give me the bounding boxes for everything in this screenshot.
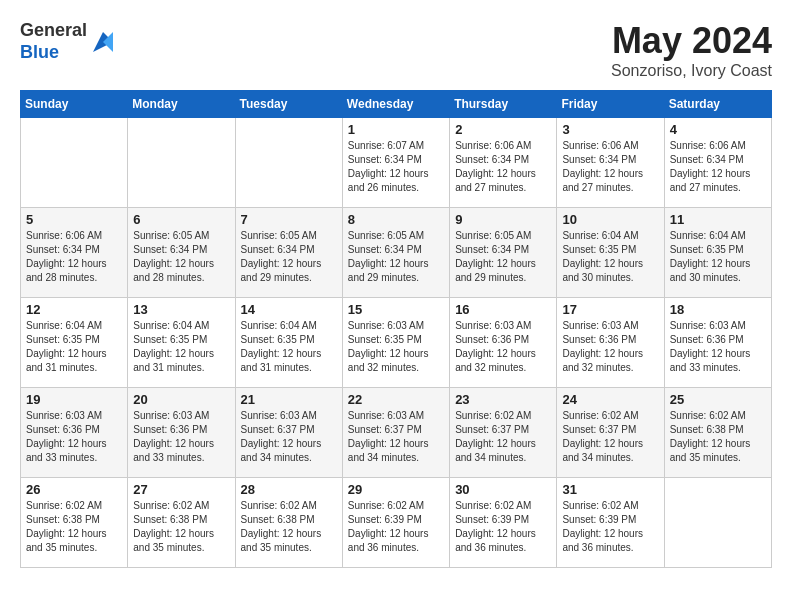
day-header-monday: Monday [128,91,235,118]
calendar-cell: 22Sunrise: 6:03 AMSunset: 6:37 PMDayligh… [342,388,449,478]
day-info: Sunrise: 6:04 AMSunset: 6:35 PMDaylight:… [670,229,766,285]
day-info: Sunrise: 6:02 AMSunset: 6:38 PMDaylight:… [241,499,337,555]
day-number: 17 [562,302,658,317]
day-info: Sunrise: 6:03 AMSunset: 6:36 PMDaylight:… [670,319,766,375]
day-number: 24 [562,392,658,407]
day-info: Sunrise: 6:03 AMSunset: 6:37 PMDaylight:… [241,409,337,465]
day-number: 25 [670,392,766,407]
calendar-cell: 19Sunrise: 6:03 AMSunset: 6:36 PMDayligh… [21,388,128,478]
day-header-sunday: Sunday [21,91,128,118]
calendar-week-2: 5Sunrise: 6:06 AMSunset: 6:34 PMDaylight… [21,208,772,298]
day-info: Sunrise: 6:05 AMSunset: 6:34 PMDaylight:… [455,229,551,285]
logo: General Blue [20,20,117,63]
day-number: 11 [670,212,766,227]
calendar-cell: 20Sunrise: 6:03 AMSunset: 6:36 PMDayligh… [128,388,235,478]
calendar-cell: 12Sunrise: 6:04 AMSunset: 6:35 PMDayligh… [21,298,128,388]
calendar-cell [128,118,235,208]
calendar-cell: 31Sunrise: 6:02 AMSunset: 6:39 PMDayligh… [557,478,664,568]
day-header-thursday: Thursday [450,91,557,118]
calendar-cell: 8Sunrise: 6:05 AMSunset: 6:34 PMDaylight… [342,208,449,298]
logo-blue: Blue [20,42,59,62]
day-number: 20 [133,392,229,407]
day-number: 2 [455,122,551,137]
calendar-week-3: 12Sunrise: 6:04 AMSunset: 6:35 PMDayligh… [21,298,772,388]
day-info: Sunrise: 6:06 AMSunset: 6:34 PMDaylight:… [455,139,551,195]
calendar-cell [235,118,342,208]
day-number: 19 [26,392,122,407]
day-info: Sunrise: 6:04 AMSunset: 6:35 PMDaylight:… [26,319,122,375]
logo-general: General [20,20,87,40]
day-number: 15 [348,302,444,317]
calendar-week-4: 19Sunrise: 6:03 AMSunset: 6:36 PMDayligh… [21,388,772,478]
calendar-week-5: 26Sunrise: 6:02 AMSunset: 6:38 PMDayligh… [21,478,772,568]
day-info: Sunrise: 6:02 AMSunset: 6:39 PMDaylight:… [455,499,551,555]
day-info: Sunrise: 6:07 AMSunset: 6:34 PMDaylight:… [348,139,444,195]
day-info: Sunrise: 6:03 AMSunset: 6:36 PMDaylight:… [133,409,229,465]
calendar-header-row: SundayMondayTuesdayWednesdayThursdayFrid… [21,91,772,118]
day-number: 8 [348,212,444,227]
day-number: 16 [455,302,551,317]
calendar-cell: 28Sunrise: 6:02 AMSunset: 6:38 PMDayligh… [235,478,342,568]
calendar-cell: 4Sunrise: 6:06 AMSunset: 6:34 PMDaylight… [664,118,771,208]
calendar-week-1: 1Sunrise: 6:07 AMSunset: 6:34 PMDaylight… [21,118,772,208]
day-info: Sunrise: 6:04 AMSunset: 6:35 PMDaylight:… [562,229,658,285]
day-number: 26 [26,482,122,497]
day-info: Sunrise: 6:02 AMSunset: 6:39 PMDaylight:… [348,499,444,555]
calendar-cell: 24Sunrise: 6:02 AMSunset: 6:37 PMDayligh… [557,388,664,478]
day-number: 23 [455,392,551,407]
day-number: 14 [241,302,337,317]
day-number: 1 [348,122,444,137]
calendar-cell: 6Sunrise: 6:05 AMSunset: 6:34 PMDaylight… [128,208,235,298]
day-info: Sunrise: 6:02 AMSunset: 6:37 PMDaylight:… [562,409,658,465]
calendar-cell: 30Sunrise: 6:02 AMSunset: 6:39 PMDayligh… [450,478,557,568]
day-info: Sunrise: 6:02 AMSunset: 6:38 PMDaylight:… [26,499,122,555]
day-info: Sunrise: 6:03 AMSunset: 6:37 PMDaylight:… [348,409,444,465]
day-number: 3 [562,122,658,137]
day-number: 10 [562,212,658,227]
calendar-cell: 3Sunrise: 6:06 AMSunset: 6:34 PMDaylight… [557,118,664,208]
day-number: 12 [26,302,122,317]
calendar-cell: 10Sunrise: 6:04 AMSunset: 6:35 PMDayligh… [557,208,664,298]
calendar-cell: 1Sunrise: 6:07 AMSunset: 6:34 PMDaylight… [342,118,449,208]
day-info: Sunrise: 6:06 AMSunset: 6:34 PMDaylight:… [26,229,122,285]
day-info: Sunrise: 6:02 AMSunset: 6:37 PMDaylight:… [455,409,551,465]
month-title: May 2024 [611,20,772,62]
day-info: Sunrise: 6:05 AMSunset: 6:34 PMDaylight:… [133,229,229,285]
day-info: Sunrise: 6:03 AMSunset: 6:35 PMDaylight:… [348,319,444,375]
day-info: Sunrise: 6:02 AMSunset: 6:38 PMDaylight:… [133,499,229,555]
day-info: Sunrise: 6:03 AMSunset: 6:36 PMDaylight:… [26,409,122,465]
day-info: Sunrise: 6:04 AMSunset: 6:35 PMDaylight:… [241,319,337,375]
calendar-cell: 23Sunrise: 6:02 AMSunset: 6:37 PMDayligh… [450,388,557,478]
day-info: Sunrise: 6:02 AMSunset: 6:39 PMDaylight:… [562,499,658,555]
calendar-cell: 5Sunrise: 6:06 AMSunset: 6:34 PMDaylight… [21,208,128,298]
day-number: 9 [455,212,551,227]
day-number: 31 [562,482,658,497]
day-info: Sunrise: 6:03 AMSunset: 6:36 PMDaylight:… [562,319,658,375]
day-header-friday: Friday [557,91,664,118]
day-number: 4 [670,122,766,137]
title-block: May 2024 Sonzoriso, Ivory Coast [611,20,772,80]
day-info: Sunrise: 6:06 AMSunset: 6:34 PMDaylight:… [670,139,766,195]
calendar-cell [21,118,128,208]
calendar-cell: 2Sunrise: 6:06 AMSunset: 6:34 PMDaylight… [450,118,557,208]
calendar-cell: 15Sunrise: 6:03 AMSunset: 6:35 PMDayligh… [342,298,449,388]
day-number: 7 [241,212,337,227]
calendar-cell: 13Sunrise: 6:04 AMSunset: 6:35 PMDayligh… [128,298,235,388]
calendar-cell: 26Sunrise: 6:02 AMSunset: 6:38 PMDayligh… [21,478,128,568]
calendar-cell: 9Sunrise: 6:05 AMSunset: 6:34 PMDaylight… [450,208,557,298]
day-info: Sunrise: 6:05 AMSunset: 6:34 PMDaylight:… [348,229,444,285]
day-header-saturday: Saturday [664,91,771,118]
location: Sonzoriso, Ivory Coast [611,62,772,80]
day-number: 28 [241,482,337,497]
logo-icon [89,28,117,56]
day-info: Sunrise: 6:05 AMSunset: 6:34 PMDaylight:… [241,229,337,285]
calendar-cell: 27Sunrise: 6:02 AMSunset: 6:38 PMDayligh… [128,478,235,568]
day-number: 22 [348,392,444,407]
logo-text: General Blue [20,20,87,63]
calendar-cell: 14Sunrise: 6:04 AMSunset: 6:35 PMDayligh… [235,298,342,388]
calendar-cell: 11Sunrise: 6:04 AMSunset: 6:35 PMDayligh… [664,208,771,298]
day-number: 18 [670,302,766,317]
calendar: SundayMondayTuesdayWednesdayThursdayFrid… [20,90,772,568]
calendar-cell: 17Sunrise: 6:03 AMSunset: 6:36 PMDayligh… [557,298,664,388]
calendar-cell: 21Sunrise: 6:03 AMSunset: 6:37 PMDayligh… [235,388,342,478]
